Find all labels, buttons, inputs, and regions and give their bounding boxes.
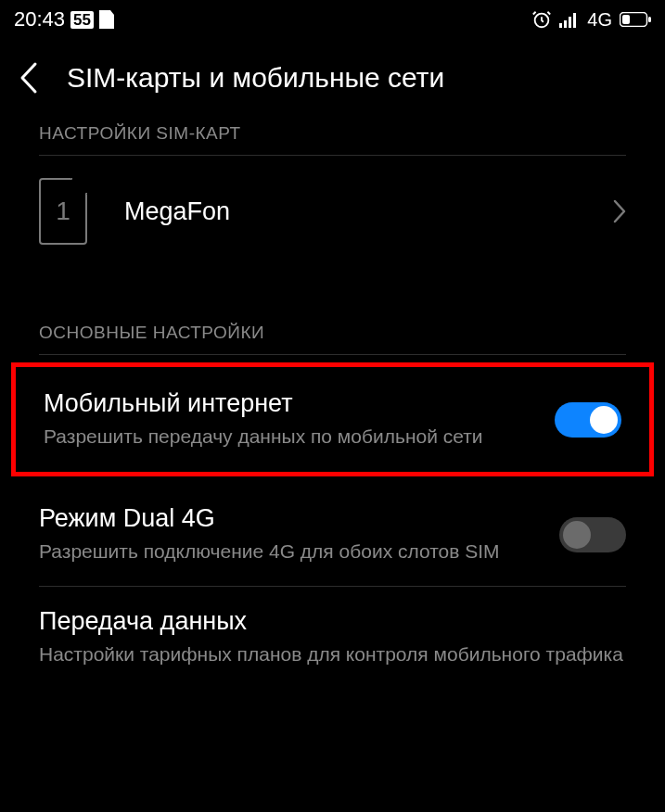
- signal-icon: [559, 11, 580, 28]
- svg-rect-3: [569, 17, 571, 28]
- status-bar: 20:43 55 4G: [0, 0, 665, 37]
- setting-mobile-data[interactable]: Мобильный интернет Разрешить передачу да…: [16, 367, 649, 472]
- setting-text: Передача данных Настройки тарифных плано…: [39, 607, 626, 667]
- toggle-knob: [563, 521, 591, 549]
- sim-carrier-label: MegaFon: [124, 197, 576, 226]
- chevron-right-icon: [613, 199, 626, 223]
- status-badge: 55: [70, 11, 94, 29]
- divider: [39, 354, 626, 355]
- setting-desc: Разрешить подключение 4G для обоих слото…: [39, 539, 543, 565]
- sim-card-icon: 1: [39, 178, 87, 245]
- sim-slot-number: 1: [56, 197, 70, 226]
- back-button[interactable]: [19, 60, 39, 95]
- svg-rect-6: [622, 15, 630, 24]
- page-header: SIM-карты и мобильные сети: [0, 37, 665, 123]
- status-right: 4G: [531, 9, 651, 31]
- status-time: 20:43: [14, 7, 65, 32]
- svg-rect-4: [573, 13, 576, 28]
- page-title: SIM-карты и мобильные сети: [67, 62, 444, 94]
- battery-icon: [620, 12, 651, 27]
- setting-text: Мобильный интернет Разрешить передачу да…: [44, 389, 538, 450]
- sd-card-icon: [99, 10, 114, 29]
- svg-rect-2: [564, 20, 567, 28]
- setting-desc: Настройки тарифных планов для контроля м…: [39, 641, 626, 667]
- sim-card-row[interactable]: 1 MegaFon: [0, 156, 665, 267]
- setting-desc: Разрешить передачу данных по мобильной с…: [44, 424, 538, 450]
- setting-dual-4g[interactable]: Режим Dual 4G Разрешить подключение 4G д…: [0, 484, 665, 585]
- status-left: 20:43 55: [14, 7, 114, 32]
- setting-data-usage[interactable]: Передача данных Настройки тарифных плано…: [0, 587, 665, 688]
- setting-text: Режим Dual 4G Разрешить подключение 4G д…: [39, 504, 543, 565]
- section-header-main: ОСНОВНЫЕ НАСТРОЙКИ: [0, 323, 665, 354]
- section-header-sim: НАСТРОЙКИ SIM-КАРТ: [0, 123, 665, 155]
- svg-rect-1: [559, 23, 562, 28]
- alarm-icon: [531, 9, 552, 30]
- toggle-mobile-data[interactable]: [555, 402, 621, 438]
- setting-title: Передача данных: [39, 607, 626, 636]
- svg-rect-7: [648, 17, 651, 22]
- setting-title: Мобильный интернет: [44, 389, 538, 418]
- setting-title: Режим Dual 4G: [39, 504, 543, 533]
- highlight-annotation: Мобильный интернет Разрешить передачу да…: [11, 362, 654, 476]
- network-label: 4G: [587, 9, 612, 31]
- toggle-dual-4g[interactable]: [559, 517, 626, 552]
- toggle-knob: [590, 406, 618, 434]
